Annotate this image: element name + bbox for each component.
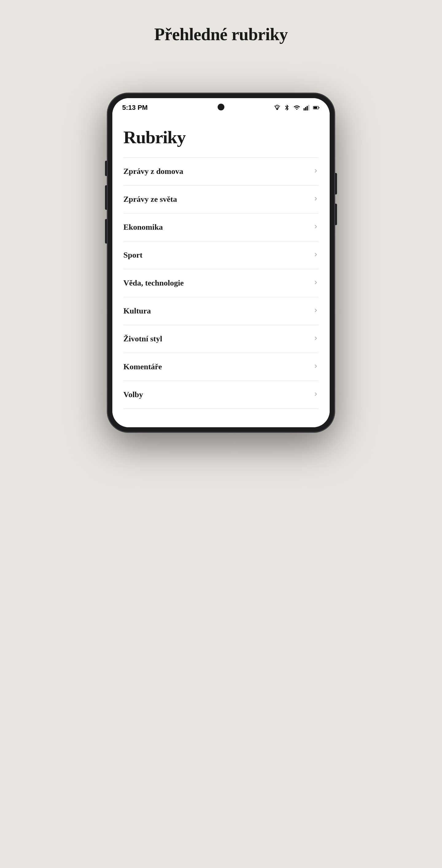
chevron-right-icon bbox=[313, 195, 319, 203]
phone-button-power-2 bbox=[334, 204, 337, 225]
chevron-right-icon bbox=[313, 167, 319, 176]
menu-item[interactable]: Zprávy z domova bbox=[123, 157, 319, 185]
menu-item-label: Životní styl bbox=[123, 334, 162, 343]
status-bar: 5:13 PM bbox=[112, 98, 330, 115]
menu-item-label: Volby bbox=[123, 390, 143, 399]
menu-item[interactable]: Zprávy ze světa bbox=[123, 185, 319, 213]
phone-screen: 5:13 PM bbox=[112, 98, 330, 427]
menu-item[interactable]: Volby bbox=[123, 381, 319, 409]
menu-item-label: Věda, technologie bbox=[123, 279, 183, 288]
status-time: 5:13 PM bbox=[122, 104, 148, 112]
page-title: Přehledné rubriky bbox=[154, 25, 288, 44]
battery-icon bbox=[313, 104, 320, 111]
chevron-right-icon bbox=[313, 307, 319, 315]
signal-icon bbox=[303, 104, 310, 111]
menu-item-label: Kultura bbox=[123, 306, 151, 316]
svg-rect-6 bbox=[319, 107, 319, 108]
wifi-icon bbox=[293, 104, 300, 111]
chevron-right-icon bbox=[313, 279, 319, 287]
chevron-right-icon bbox=[313, 251, 319, 259]
screen-heading: Rubriky bbox=[123, 127, 319, 148]
menu-item-label: Zprávy z domova bbox=[123, 167, 183, 176]
phone-button-volume-up bbox=[105, 185, 108, 210]
phone-button-mute bbox=[105, 161, 108, 176]
svg-rect-2 bbox=[307, 106, 308, 111]
menu-item[interactable]: Ekonomika bbox=[123, 213, 319, 241]
camera-notch bbox=[217, 104, 225, 111]
phone-frame: 5:13 PM bbox=[108, 93, 334, 432]
svg-rect-3 bbox=[308, 105, 310, 111]
alarm-icon bbox=[274, 104, 281, 111]
screen-bottom-pad bbox=[112, 409, 330, 427]
menu-item[interactable]: Sport bbox=[123, 241, 319, 269]
phone-mockup: 5:13 PM bbox=[108, 93, 334, 432]
screen-content: Rubriky Zprávy z domova Zprávy ze světa … bbox=[112, 115, 330, 409]
chevron-right-icon bbox=[313, 391, 319, 399]
phone-button-power bbox=[334, 173, 337, 194]
menu-item[interactable]: Věda, technologie bbox=[123, 269, 319, 297]
status-icons bbox=[274, 104, 320, 111]
menu-list: Zprávy z domova Zprávy ze světa Ekonomik… bbox=[123, 157, 319, 409]
menu-item[interactable]: Kultura bbox=[123, 297, 319, 325]
bluetooth-icon bbox=[284, 104, 290, 111]
menu-item[interactable]: Životní styl bbox=[123, 325, 319, 353]
menu-item-label: Komentáře bbox=[123, 362, 162, 371]
menu-item-label: Zprávy ze světa bbox=[123, 195, 177, 204]
svg-rect-0 bbox=[303, 108, 305, 111]
menu-item[interactable]: Komentáře bbox=[123, 353, 319, 381]
phone-button-volume-down bbox=[105, 219, 108, 244]
chevron-right-icon bbox=[313, 223, 319, 231]
chevron-right-icon bbox=[313, 335, 319, 343]
menu-item-label: Sport bbox=[123, 251, 142, 260]
menu-item-label: Ekonomika bbox=[123, 223, 163, 232]
svg-rect-1 bbox=[305, 107, 306, 111]
chevron-right-icon bbox=[313, 363, 319, 371]
svg-rect-5 bbox=[314, 107, 317, 108]
